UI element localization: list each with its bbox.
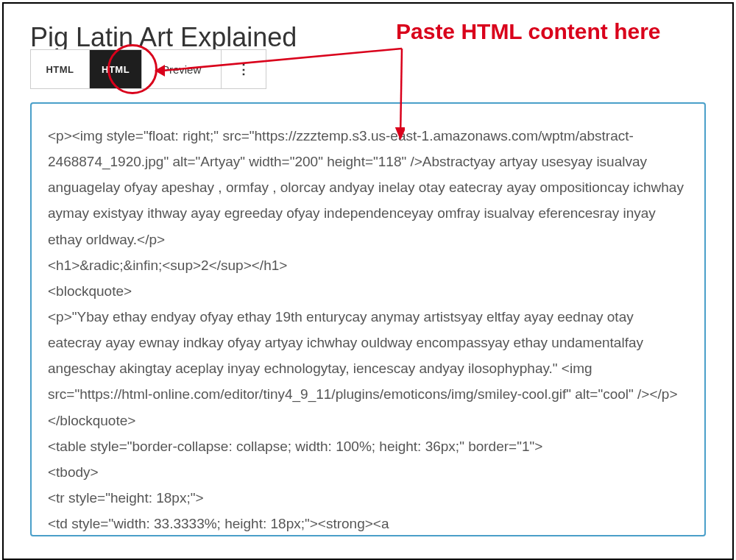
more-options-button[interactable]: ⋮: [222, 50, 266, 88]
html-view-button[interactable]: HTML: [31, 50, 90, 88]
html-editor-textarea[interactable]: <p><img style="float: right;" src="https…: [30, 102, 706, 536]
page-title: Pig Latin Art Explained: [30, 24, 706, 51]
html-edit-button-active[interactable]: HTML: [90, 50, 142, 88]
preview-button[interactable]: Preview: [142, 50, 222, 88]
block-toolbar: HTML HTML Preview ⋮: [30, 49, 266, 89]
